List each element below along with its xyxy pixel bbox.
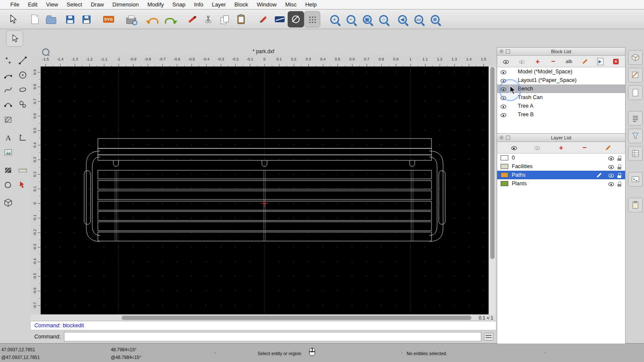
menu-edit[interactable]: Edit [24, 1, 42, 8]
block-row-tree-b[interactable]: Tree B [497, 110, 625, 119]
eye-icon[interactable] [608, 155, 614, 161]
polyline-tool[interactable] [1, 97, 15, 112]
points-tool[interactable] [1, 53, 15, 68]
attributes-button[interactable] [271, 11, 288, 27]
hide-all-blocks-button[interactable] [516, 57, 529, 66]
menu-misc[interactable]: Misc [281, 1, 301, 8]
save-as-button[interactable] [78, 11, 94, 27]
lock-icon[interactable] [617, 181, 622, 187]
zoom-out-button[interactable]: − [343, 11, 359, 27]
horizontal-scrollbar-thumb[interactable] [122, 316, 471, 320]
image-tool[interactable] [1, 145, 15, 160]
remove-layer-button[interactable]: − [578, 143, 591, 152]
block-row-model[interactable]: Model (*Model_Space) [497, 67, 625, 76]
rename-block-button[interactable]: alb [562, 57, 575, 66]
block-row-bench[interactable]: Bench [497, 84, 625, 93]
pattern-tool[interactable] [1, 163, 15, 178]
menu-snap[interactable]: Snap [168, 1, 190, 8]
insert-block-button[interactable] [594, 57, 607, 66]
close-icon[interactable]: × [499, 49, 504, 54]
drawing-canvas[interactable] [41, 66, 489, 314]
eye-icon[interactable] [501, 103, 507, 109]
delete-all-blocks-button[interactable]: × [610, 57, 623, 66]
menu-info[interactable]: Info [190, 1, 208, 8]
dock-btn-clipboard[interactable] [628, 198, 643, 212]
dock-btn-filter[interactable] [628, 129, 643, 143]
vertical-scrollbar[interactable] [489, 66, 495, 314]
svg-export-button[interactable]: SVG [100, 11, 117, 27]
vertical-scrollbar-thumb[interactable] [490, 67, 495, 259]
text-tool[interactable]: A [1, 130, 15, 145]
command-options-button[interactable] [484, 333, 493, 341]
menu-modify[interactable]: Modify [143, 1, 168, 8]
dock-btn-list[interactable] [628, 111, 643, 126]
select-cursor-button[interactable] [4, 11, 21, 27]
menu-layer[interactable]: Layer [208, 1, 231, 8]
measure-tool[interactable] [15, 163, 30, 178]
layer-color-swatch[interactable] [501, 155, 508, 160]
arc-tool[interactable] [1, 68, 15, 82]
dock-btn-library[interactable] [628, 146, 643, 161]
dimension-tool[interactable] [15, 130, 30, 145]
remove-block-button[interactable]: − [547, 57, 560, 66]
block-row-tree-a[interactable]: Tree A [497, 102, 625, 110]
menu-dimension[interactable]: Dimension [108, 1, 143, 8]
menu-window[interactable]: Window [252, 1, 281, 8]
zoom-in-button[interactable]: + [326, 11, 343, 27]
eye-icon[interactable] [501, 95, 507, 100]
new-file-button[interactable] [27, 11, 43, 27]
close-icon[interactable]: × [499, 135, 504, 140]
eye-icon[interactable] [608, 172, 614, 178]
show-all-blocks-button[interactable] [500, 57, 513, 66]
edit-block-button[interactable] [578, 57, 591, 66]
line-tool[interactable] [15, 53, 30, 68]
show-all-layers-button[interactable] [508, 143, 521, 152]
edit-layer-button[interactable] [601, 143, 614, 152]
lock-icon[interactable] [617, 164, 622, 169]
menu-select[interactable]: Select [62, 1, 86, 8]
polygon-tool[interactable] [15, 97, 30, 112]
circle-tool[interactable] [15, 68, 30, 82]
zoom-window-button[interactable]: ▭ [410, 11, 427, 27]
menu-help[interactable]: Help [301, 1, 321, 8]
shape-tool[interactable] [1, 178, 15, 192]
block-row-trash-can[interactable]: Trash Can [497, 93, 625, 102]
eye-icon[interactable] [501, 86, 507, 92]
redo-button[interactable] [161, 11, 178, 27]
eye-icon[interactable] [501, 69, 507, 75]
dock-btn-command[interactable] [628, 172, 643, 187]
command-input[interactable] [64, 332, 481, 341]
layer-color-swatch[interactable] [501, 172, 508, 178]
grid-toggle-button[interactable] [304, 11, 320, 27]
cut-button[interactable] [200, 11, 216, 27]
menu-draw[interactable]: Draw [86, 1, 108, 8]
menu-view[interactable]: View [42, 1, 62, 8]
layer-color-swatch[interactable] [501, 164, 508, 169]
erase-button[interactable] [184, 11, 200, 27]
hide-all-layers-button[interactable] [531, 143, 544, 152]
layer-row-facilities[interactable]: Facilities [497, 162, 625, 171]
add-block-button[interactable]: + [531, 57, 544, 66]
save-button[interactable] [62, 11, 78, 27]
zoom-pan-button[interactable]: ⊕ [427, 11, 443, 27]
layer-row-plants[interactable]: Plants [497, 179, 625, 188]
zoom-redraw-button[interactable]: ○ [375, 11, 392, 27]
open-file-button[interactable] [43, 11, 59, 27]
block-row-layout1[interactable]: Layout1 (*Paper_Space) [497, 76, 625, 84]
menu-file[interactable]: File [6, 1, 24, 8]
zoom-auto-button[interactable]: ▣ [359, 11, 375, 27]
copy-button[interactable] [216, 11, 233, 27]
dock-btn-layer[interactable] [628, 68, 643, 82]
modify-tool[interactable] [15, 178, 30, 192]
layer-color-swatch[interactable] [501, 181, 508, 186]
hatch-tool[interactable] [1, 112, 15, 127]
spline-tool[interactable] [1, 82, 15, 97]
lock-icon[interactable] [617, 155, 622, 161]
dock-btn-block[interactable] [628, 50, 643, 65]
float-icon[interactable] [506, 136, 510, 140]
eye-icon[interactable] [608, 164, 614, 169]
layer-row-0[interactable]: 0 [497, 154, 625, 162]
solid-tool[interactable] [1, 196, 15, 210]
eye-icon[interactable] [608, 181, 614, 187]
float-icon[interactable] [506, 49, 510, 54]
